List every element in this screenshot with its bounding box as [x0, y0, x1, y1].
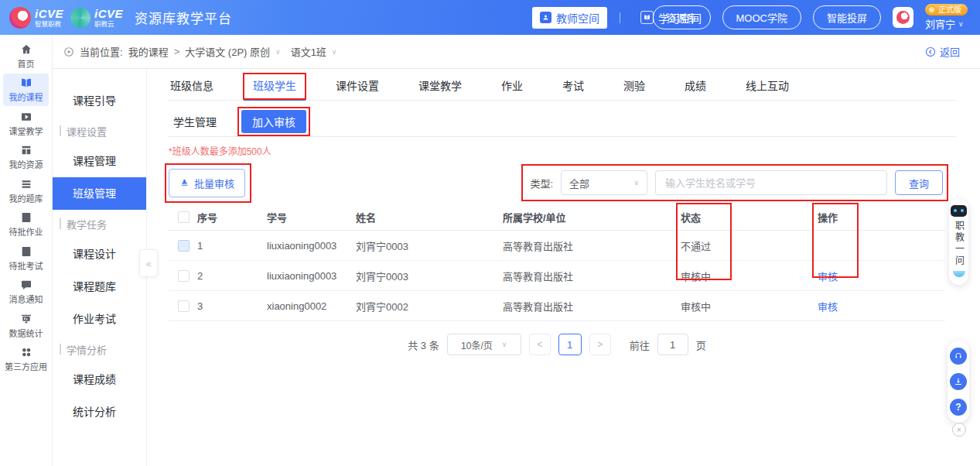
- tab-class-students[interactable]: 班级学生: [251, 76, 298, 100]
- query-button[interactable]: 查询: [895, 170, 943, 195]
- row-checkbox[interactable]: [178, 240, 190, 252]
- user-menu[interactable]: 刘宵宁 ∨: [925, 19, 968, 31]
- course-menu-item-homework-exam[interactable]: 作业考试: [53, 303, 146, 335]
- course-menu-item-course-design[interactable]: 课程设计: [53, 238, 146, 270]
- chevron-down-icon: ∨: [958, 20, 964, 29]
- sidebar-item-label: 我的题库: [9, 192, 43, 204]
- customer-service-button[interactable]: [950, 348, 967, 365]
- page-size-select[interactable]: 10条/页 ∨: [447, 334, 521, 355]
- toolbar: 批量审核 类型: 全部 ∨ 查询: [169, 167, 943, 198]
- goto-page-input[interactable]: [657, 334, 688, 355]
- review-link[interactable]: 审核: [818, 269, 945, 283]
- sidebar-item-data-statistics[interactable]: 数据统计: [3, 310, 49, 342]
- prev-page-button[interactable]: <: [529, 334, 551, 355]
- learning-space-button[interactable]: 学习空间: [633, 7, 709, 29]
- row-checkbox[interactable]: [178, 270, 190, 282]
- tab-grades[interactable]: 成绩: [683, 76, 708, 100]
- course-menu-item-course-grades[interactable]: 课程成绩: [53, 363, 146, 396]
- icve-zhijiaoyun-logo[interactable]: iCVE 职教云: [70, 8, 123, 28]
- icve-zhihuizhijiao-logo[interactable]: iCVE 智慧职教: [9, 7, 63, 29]
- sidebar-item-my-courses[interactable]: 我的课程: [3, 74, 49, 106]
- breadcrumb-course-dropdown[interactable]: 大学语文 (2P) 原创: [185, 44, 270, 59]
- breadcrumb-my-courses[interactable]: 我的课程: [128, 44, 169, 59]
- class-tabs: 班级信息 班级学生 课件设置 课堂教学 作业 考试 测验 成绩 线上互动: [169, 76, 957, 101]
- tab-quiz[interactable]: 测验: [622, 76, 647, 100]
- license-badge: 正式版: [925, 4, 968, 15]
- sidebar-item-home[interactable]: 首页: [3, 40, 49, 73]
- page-number-button[interactable]: 1: [558, 334, 582, 355]
- student-id-cell: liuxiaoning0003: [267, 270, 356, 282]
- sidebar-item-my-resources[interactable]: 我的资源: [3, 141, 49, 173]
- download-button[interactable]: [950, 373, 967, 390]
- main-content: 班级信息 班级学生 课件设置 课堂教学 作业 考试 测验 成绩 线上互动 学生管…: [147, 69, 980, 466]
- help-button[interactable]: ?: [950, 399, 967, 416]
- row-checkbox[interactable]: [178, 300, 190, 312]
- back-button[interactable]: 返回: [925, 44, 960, 59]
- sidebar-item-pending-exam[interactable]: 待批考试: [3, 242, 49, 275]
- my-courses-icon: [20, 77, 32, 89]
- school-cell: 高等教育出版社: [503, 299, 681, 314]
- sidebar-collapse-handle[interactable]: «: [139, 249, 158, 277]
- teacher-space-button[interactable]: 教师空间: [532, 7, 607, 29]
- course-menu-item-course-question-bank[interactable]: 课程题库: [53, 270, 146, 303]
- select-all-checkbox[interactable]: [178, 211, 190, 223]
- mooc-academy-button[interactable]: MOOC学院: [722, 5, 801, 29]
- table-header-row: 序号 学号 姓名 所属学校/单位 状态 操作: [169, 204, 945, 231]
- icve-swirl-icon: [9, 7, 31, 29]
- sidebar-item-label: 首页: [18, 57, 35, 70]
- tab-online-interaction[interactable]: 线上互动: [744, 76, 790, 100]
- sidebar-item-question-bank[interactable]: 我的题库: [3, 175, 49, 207]
- course-menu-item-class-management[interactable]: 班级管理: [53, 177, 146, 210]
- sidebar-item-label: 第三方应用: [5, 360, 47, 372]
- course-menu-section-teaching-tasks: 教学任务: [53, 210, 146, 238]
- tab-classroom-teaching[interactable]: 课堂教学: [417, 76, 463, 100]
- tab-homework[interactable]: 作业: [500, 76, 524, 100]
- sidebar-item-label: 消息通知: [9, 293, 43, 305]
- sidebar-item-classroom-teaching[interactable]: 课堂教学: [3, 108, 49, 140]
- my-resources-icon: [20, 144, 32, 156]
- col-header-student-id: 学号: [267, 210, 356, 224]
- tab-exam[interactable]: 考试: [561, 76, 586, 100]
- page-unit-label: 页: [696, 338, 706, 352]
- back-icon: [925, 46, 936, 57]
- col-header-school: 所属学校/单位: [503, 210, 681, 224]
- stamp-icon: [179, 178, 190, 188]
- chevron-down-icon: ∨: [332, 48, 337, 56]
- student-name-cell: 刘宵宁0002: [356, 299, 503, 314]
- sidebar-item-pending-homework[interactable]: 待批作业: [3, 208, 49, 241]
- table-row: 3 xiaoning0002 刘宵宁0002 高等教育出版社 审核中 审核: [169, 291, 945, 321]
- close-floating-button[interactable]: ×: [952, 423, 966, 437]
- next-page-button[interactable]: >: [589, 334, 611, 355]
- tab-courseware-settings[interactable]: 课件设置: [334, 76, 381, 100]
- header-divider: [620, 12, 620, 23]
- learning-space-label: 学习空间: [658, 10, 702, 26]
- avatar[interactable]: [893, 7, 913, 28]
- zhijiao-assistant-widget[interactable]: 职教一问: [949, 199, 968, 285]
- batch-review-button[interactable]: 批量审核: [169, 169, 245, 197]
- student-search-input[interactable]: [655, 170, 887, 195]
- course-menu-item-course-management[interactable]: 课程管理: [53, 145, 146, 177]
- review-link[interactable]: 审核: [818, 299, 945, 314]
- breadcrumb-label: 当前位置:: [80, 44, 123, 59]
- subtab-student-management[interactable]: 学生管理: [169, 110, 221, 133]
- breadcrumb-class-dropdown[interactable]: 语文1班: [291, 44, 326, 59]
- student-id-cell: xiaoning0002: [267, 300, 356, 312]
- subtab-label: 加入审核: [252, 116, 295, 128]
- subtab-join-review[interactable]: 加入审核: [241, 110, 306, 133]
- course-menu-item-guide[interactable]: 课程引导: [53, 84, 146, 117]
- course-menu-section-learning-analysis: 学情分析: [53, 335, 146, 363]
- row-index-cell: 3: [197, 300, 267, 312]
- sidebar-item-notifications[interactable]: 消息通知: [3, 276, 49, 308]
- review-table: 序号 学号 姓名 所属学校/单位 状态 操作 1 liuxiaoning0003…: [169, 204, 945, 355]
- type-select[interactable]: 全部 ∨: [561, 170, 647, 195]
- student-name-cell: 刘宵宁0003: [356, 269, 503, 283]
- floating-toolbar: ?: [948, 341, 969, 423]
- table-row: 2 liuxiaoning0003 刘宵宁0003 高等教育出版社 审核中 审核: [169, 261, 945, 291]
- course-menu-item-statistical-analysis[interactable]: 统计分析: [53, 396, 146, 428]
- sidebar-item-third-party-apps[interactable]: 第三方应用: [3, 343, 49, 375]
- batch-review-label: 批量审核: [194, 176, 234, 190]
- smart-casting-button[interactable]: 智能投屏: [813, 5, 881, 29]
- col-header-index: 序号: [197, 210, 267, 224]
- tab-class-info[interactable]: 班级信息: [169, 76, 215, 100]
- pending-homework-icon: [20, 211, 32, 224]
